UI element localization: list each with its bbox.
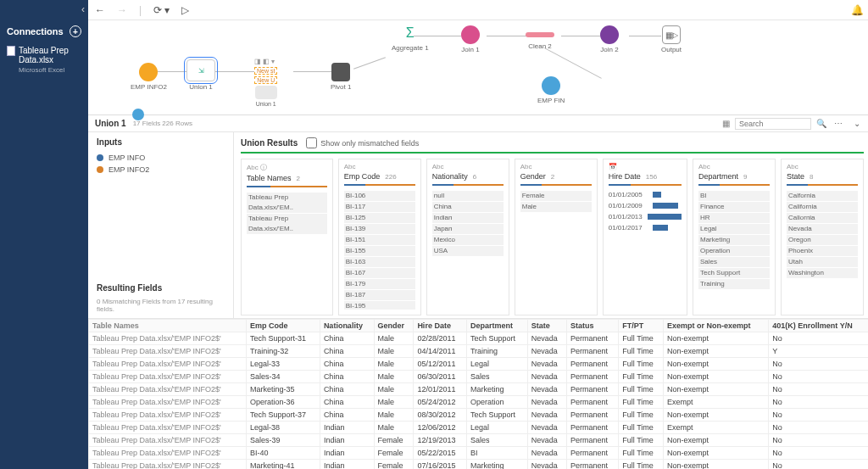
table-row[interactable]: Tableau Prep Data.xlsx/'EMP INFO2$'Tech … — [89, 332, 869, 345]
search-icon[interactable]: 🔍 — [816, 119, 826, 128]
profile-emp_code[interactable]: AbcEmp Code226BI-106BI-117BI-125BI-139BI… — [338, 159, 421, 315]
connection-file[interactable]: Tableau Prep Data.xlsx — [0, 42, 88, 66]
profile-value[interactable]: Finance — [698, 202, 770, 212]
profile-value[interactable]: Tableau Prep Data.xlsx/'EM.. — [247, 214, 327, 234]
node-hidden[interactable] — [132, 109, 144, 122]
table-row[interactable]: Tableau Prep Data.xlsx/'EMP INFO2$'Legal… — [89, 422, 869, 434]
profile-value[interactable]: Tableau Prep Data.xlsx/'EM.. — [247, 193, 327, 213]
node-emp-fin[interactable]: EMP FIN — [537, 76, 565, 104]
col-header[interactable]: Table Names — [89, 320, 247, 332]
step-name: Union 1 — [95, 119, 126, 128]
profile-value[interactable]: Legal — [698, 224, 770, 234]
node-clean2[interactable]: Clean 2 — [526, 25, 554, 50]
node-join2[interactable]: Join 2 — [600, 25, 619, 53]
view-toggle-icon[interactable]: ▦ — [722, 119, 730, 128]
profile-value[interactable]: BI-125 — [344, 213, 415, 223]
profile-value[interactable]: Tech Support — [698, 268, 770, 278]
run-icon[interactable]: ▷ — [181, 4, 189, 16]
profile-value[interactable]: HR — [698, 213, 770, 223]
col-header[interactable]: FT/PT — [619, 320, 664, 332]
nav-back-icon[interactable]: ← — [95, 4, 105, 16]
col-header[interactable]: Nationality — [320, 320, 374, 332]
node-pivot1[interactable]: Pivot 1 — [331, 63, 351, 91]
mismatch-checkbox[interactable]: Show only mismatched fields — [306, 137, 419, 148]
col-header[interactable]: 401(K) Enrollment Y/N — [769, 320, 868, 332]
profile-value[interactable]: Male — [520, 202, 592, 212]
table-row[interactable]: Tableau Prep Data.xlsx/'EMP INFO2$'Legal… — [89, 358, 869, 371]
profile-value[interactable]: BI-106 — [344, 191, 415, 201]
table-row[interactable]: Tableau Prep Data.xlsx/'EMP INFO2$'Sales… — [89, 371, 869, 383]
col-header[interactable]: Gender — [374, 320, 414, 332]
profile-state[interactable]: AbcState8CalforniaCaliforniaCaliorniaNev… — [781, 159, 864, 315]
col-header[interactable]: Status — [566, 320, 618, 332]
profile-value[interactable]: BI-195 — [344, 301, 415, 310]
profile-value[interactable]: Nevada — [787, 224, 858, 234]
profile-value[interactable]: Marketing — [698, 235, 770, 245]
sidebar-title: Connections — [7, 26, 64, 36]
collapse-sidebar-icon[interactable]: ‹ — [81, 3, 85, 15]
node-aggregate1[interactable]: Σ Aggregate 1 — [392, 24, 429, 52]
profile-value[interactable]: Washington — [787, 268, 858, 278]
nav-fwd-icon[interactable]: → — [117, 4, 127, 16]
profile-value[interactable]: BI-163 — [344, 257, 415, 267]
profile-value[interactable]: Operation — [698, 246, 770, 256]
profile-value[interactable]: BI-187 — [344, 290, 415, 300]
profile-value[interactable]: USA — [432, 246, 504, 256]
resulting-sub: 0 Mismatching Fields from 17 resulting f… — [97, 298, 225, 313]
table-row[interactable]: Tableau Prep Data.xlsx/'EMP INFO2$'Tech … — [89, 409, 869, 422]
profile-value[interactable]: BI-139 — [344, 224, 415, 234]
profile-hire_date[interactable]: 📅Hire Date15601/01/200501/01/200901/01/2… — [603, 159, 687, 315]
node-output[interactable]: ▦ ▷ Output — [661, 25, 682, 53]
table-row[interactable]: Tableau Prep Data.xlsx/'EMP INFO2$'BI-40… — [89, 447, 869, 460]
chevron-down-icon[interactable]: ⌄ — [850, 119, 864, 128]
file-icon — [7, 46, 15, 56]
profile-value[interactable]: BI-151 — [344, 235, 415, 245]
node-new-step[interactable]: ◨ ◧ ▾ New st New U Union 1 — [254, 58, 277, 107]
col-header[interactable]: Department — [466, 320, 527, 332]
profile-value[interactable]: Utah — [787, 257, 858, 267]
table-row[interactable]: Tableau Prep Data.xlsx/'EMP INFO2$'Marke… — [89, 383, 869, 396]
profile-nationality[interactable]: AbcNationality6nullChinaIndianJapanMexic… — [426, 159, 509, 315]
profile-value[interactable]: Female — [520, 191, 592, 201]
node-join1[interactable]: Join 1 — [461, 25, 480, 53]
col-header[interactable]: State — [527, 320, 566, 332]
profile-value[interactable]: Mexico — [432, 235, 504, 245]
input-item[interactable]: EMP INFO — [97, 154, 225, 162]
profile-value[interactable]: Calfornia — [787, 191, 858, 201]
more-menu[interactable]: ⋯ — [832, 119, 845, 128]
profile-value[interactable]: BI-117 — [344, 202, 415, 212]
input-item[interactable]: EMP INFO2 — [97, 165, 225, 174]
profile-department[interactable]: AbcDepartment9BIFinanceHRLegalMarketingO… — [693, 159, 776, 315]
profile-value[interactable]: BI — [698, 191, 770, 201]
data-grid[interactable]: Table NamesEmp CodeNationalityGenderHire… — [88, 319, 868, 469]
col-header[interactable]: Exempt or Non-exempt — [663, 320, 768, 332]
col-header[interactable]: Emp Code — [247, 320, 320, 332]
node-union1[interactable]: ⇲ Union 1 — [186, 59, 215, 91]
profile-value[interactable]: Caliornia — [787, 213, 858, 223]
profile-gender[interactable]: AbcGender2FemaleMale — [515, 159, 598, 315]
profile-value[interactable]: Sales — [698, 257, 770, 267]
col-header[interactable]: Hire Date — [414, 320, 467, 332]
profile-value[interactable]: California — [787, 202, 858, 212]
profile-table_names[interactable]: Abc ⓘTable Names2Tableau Prep Data.xlsx/… — [241, 159, 333, 315]
profile-value[interactable]: China — [432, 202, 504, 212]
table-row[interactable]: Tableau Prep Data.xlsx/'EMP INFO2$'Opera… — [89, 396, 869, 409]
table-row[interactable]: Tableau Prep Data.xlsx/'EMP INFO2$'Sales… — [89, 434, 869, 447]
refresh-icon[interactable]: ⟳ ▾ — [153, 4, 170, 16]
profile-value[interactable]: Training — [698, 279, 770, 289]
profile-value[interactable]: Oregon — [787, 235, 858, 245]
add-connection-button[interactable]: + — [70, 25, 81, 37]
notifications-icon[interactable]: 🔔 — [851, 4, 864, 16]
profile-value[interactable]: BI-167 — [344, 268, 415, 278]
search-input[interactable] — [735, 118, 811, 130]
profile-value[interactable]: BI-155 — [344, 246, 415, 256]
node-emp-info2[interactable]: EMP INFO2 — [131, 63, 167, 91]
table-row[interactable]: Tableau Prep Data.xlsx/'EMP INFO2$'Marke… — [89, 460, 869, 470]
profile-value[interactable]: Japan — [432, 224, 504, 234]
flow-canvas[interactable]: EMP INFO2 ⇲ Union 1 ◨ ◧ ▾ New st New U U… — [88, 20, 868, 115]
profile-value[interactable]: Indian — [432, 213, 504, 223]
profile-value[interactable]: BI-179 — [344, 279, 415, 289]
profile-value[interactable]: null — [432, 191, 504, 201]
table-row[interactable]: Tableau Prep Data.xlsx/'EMP INFO2$'Train… — [89, 345, 869, 358]
profile-value[interactable]: Phoenix — [787, 246, 858, 256]
